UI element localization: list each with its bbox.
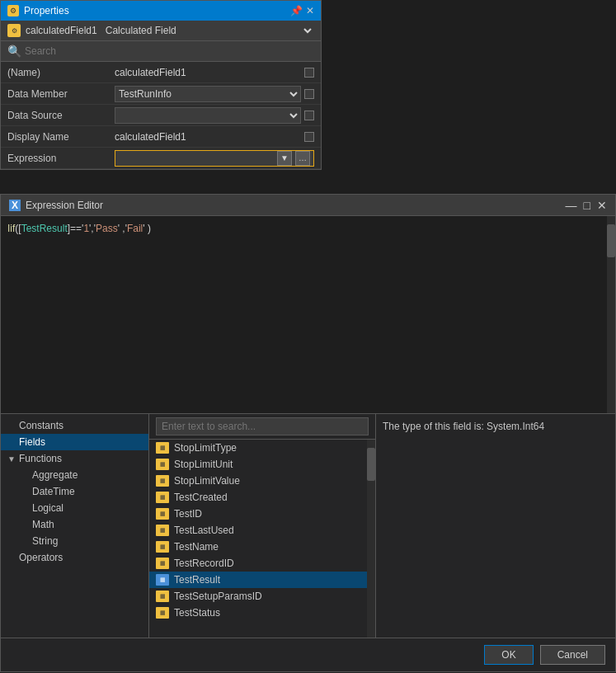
prop-label-name: (Name) (7, 67, 115, 78)
field-type-select[interactable]: Calculated Field (102, 24, 314, 37)
prop-row-displayname: Display Name calculatedField1 (1, 126, 321, 148)
list-item[interactable]: ▦ TestStatus (149, 605, 375, 621)
expr-minimize-button[interactable]: — (566, 199, 577, 212)
field-icon: ▦ (156, 607, 169, 619)
search-input[interactable] (25, 45, 314, 57)
list-item[interactable]: ▦ TestCreated (149, 489, 375, 506)
prop-name-checkbox[interactable] (304, 68, 314, 78)
prop-value-name: calculatedField1 (115, 67, 314, 78)
prop-datasource-dropdown[interactable] (115, 107, 301, 124)
properties-panel: ⚙ Properties 📌 ✕ ⚙ calculatedField1 Calc… (0, 0, 322, 170)
prop-label-datamember: Data Member (7, 88, 115, 100)
prop-datasource-checkbox[interactable] (304, 111, 314, 120)
tree-item-string[interactable]: String (1, 533, 148, 549)
prop-label-expression: Expression (7, 153, 115, 164)
fields-search-input[interactable] (156, 417, 369, 435)
prop-displayname-checkbox[interactable] (304, 132, 314, 142)
pin-icon[interactable]: 📌 (290, 5, 303, 16)
expr-buttons: OK Cancel (1, 638, 615, 671)
prop-value-displayname: calculatedField1 (115, 131, 314, 143)
prop-value-expression: ▼ … (115, 150, 314, 167)
expression-editor-button[interactable]: … (295, 151, 310, 166)
list-item[interactable]: ▦ TestName (149, 539, 375, 555)
field-icon: ▦ (156, 508, 169, 520)
prop-datamember-dropdown[interactable]: TestRunInfo (115, 86, 301, 102)
tree-item-fields[interactable]: Fields (1, 434, 148, 450)
expr-title-bar: X Expression Editor — □ ✕ (1, 195, 615, 216)
field-icon: ▦ (156, 591, 169, 602)
field-name-label: calculatedField1 (26, 25, 97, 36)
cancel-button[interactable]: Cancel (540, 645, 605, 665)
list-item[interactable]: ▦ TestRecordID (149, 555, 375, 572)
list-item[interactable]: ▦ StopLimitType (149, 440, 375, 456)
tree-item-datetime[interactable]: DateTime (1, 483, 148, 500)
prop-label-displayname: Display Name (7, 131, 115, 143)
expr-fields-panel: ▦ StopLimitType ▦ StopLimitUnit ▦ StopLi… (149, 414, 376, 670)
prop-row-name: (Name) calculatedField1 (1, 62, 321, 83)
calc-field-icon: ⚙ (7, 24, 21, 37)
prop-row-datamember: Data Member TestRunInfo (1, 83, 321, 105)
prop-displayname-value: calculatedField1 (115, 131, 301, 143)
expr-title-icon: X (9, 200, 21, 211)
prop-label-datasource: Data Source (7, 110, 115, 121)
field-icon: ▦ (156, 541, 169, 553)
list-item-selected[interactable]: ▦ TestResult (149, 572, 375, 588)
expr-title-label: Expression Editor (26, 200, 103, 211)
prop-name-value: calculatedField1 (115, 67, 301, 78)
properties-grid: (Name) calculatedField1 Data Member Test… (1, 62, 321, 169)
expr-bottom: Constants Fields ▼ Functions Aggregate D… (1, 414, 615, 670)
prop-row-expression: Expression ▼ … (1, 148, 321, 169)
list-item[interactable]: ▦ TestLastUsed (149, 522, 375, 539)
close-icon[interactable]: ✕ (306, 5, 314, 16)
list-item[interactable]: ▦ TestID (149, 506, 375, 522)
tree-item-constants[interactable]: Constants (1, 417, 148, 434)
expr-editor-area[interactable]: Iif([TestResult]=='1','Pass' ,'Fail' ) (1, 216, 615, 414)
list-item[interactable]: ▦ StopLimitValue (149, 473, 375, 489)
fields-scrollbar[interactable] (367, 440, 375, 670)
field-icon: ▦ (156, 459, 169, 470)
ok-button[interactable]: OK (484, 645, 533, 665)
tree-item-operators[interactable]: Operators (1, 549, 148, 566)
properties-icon: ⚙ (7, 5, 19, 16)
field-icon-selected: ▦ (156, 574, 169, 586)
expr-info-panel: The type of this field is: System.Int64 (376, 414, 615, 670)
prop-row-datasource: Data Source (1, 105, 321, 126)
field-icon: ▦ (156, 525, 169, 536)
list-item[interactable]: ▦ TestSetupParamsID (149, 588, 375, 605)
tree-item-math[interactable]: Math (1, 516, 148, 533)
fields-scrollbar-thumb (367, 448, 375, 481)
field-icon: ▦ (156, 442, 169, 454)
field-icon: ▦ (156, 492, 169, 503)
prop-datamember-checkbox[interactable] (304, 89, 314, 99)
fields-search (149, 414, 375, 440)
prop-value-datamember: TestRunInfo (115, 86, 314, 102)
expr-close-button[interactable]: ✕ (597, 199, 607, 212)
field-icon: ▦ (156, 475, 169, 487)
expr-maximize-button[interactable]: □ (584, 199, 590, 212)
tree-item-functions[interactable]: ▼ Functions (1, 450, 148, 467)
fields-list: ▦ StopLimitType ▦ StopLimitUnit ▦ StopLi… (149, 440, 375, 670)
search-bar: 🔍 (1, 41, 321, 62)
expr-info-text: The type of this field is: System.Int64 (383, 421, 544, 432)
list-item[interactable]: ▦ StopLimitUnit (149, 456, 375, 473)
field-icon: ▦ (156, 558, 169, 569)
expr-tree: Constants Fields ▼ Functions Aggregate D… (1, 414, 149, 670)
expression-editor: X Expression Editor — □ ✕ Iif([TestResul… (0, 194, 616, 672)
properties-title: Properties (24, 5, 69, 16)
editor-scrollbar[interactable] (607, 216, 615, 413)
expr-code: Iif([TestResult]=='1','Pass' ,'Fail' ) (7, 223, 609, 234)
expr-title-controls: — □ ✕ (566, 199, 607, 212)
prop-value-datasource (115, 107, 314, 124)
search-icon: 🔍 (7, 45, 21, 58)
tree-item-logical[interactable]: Logical (1, 500, 148, 516)
tree-item-aggregate[interactable]: Aggregate (1, 467, 148, 483)
properties-title-bar: ⚙ Properties 📌 ✕ (1, 1, 321, 21)
expression-edit-button[interactable]: ▼ (277, 151, 292, 166)
functions-expand: ▼ (7, 454, 16, 464)
field-selector-bar: ⚙ calculatedField1 Calculated Field (1, 21, 321, 41)
